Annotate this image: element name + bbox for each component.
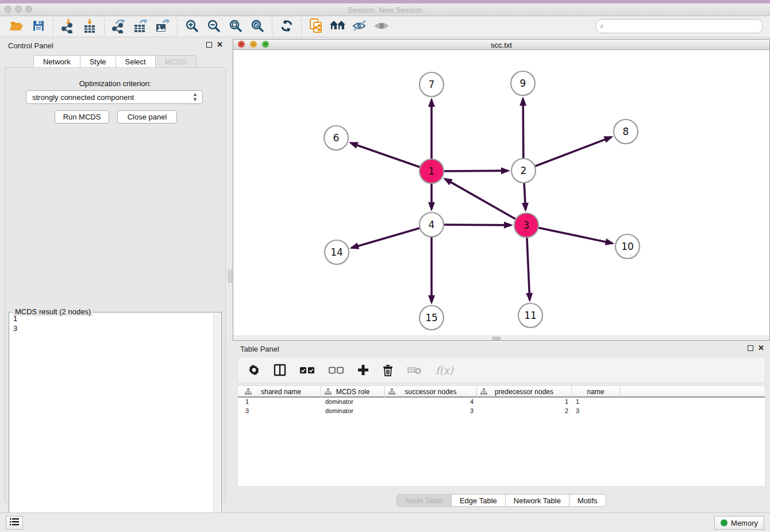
node-label: 8 <box>623 126 629 137</box>
column-visibility-button[interactable] <box>274 364 286 376</box>
zoom-out-icon <box>207 19 221 35</box>
column-header-shared-name[interactable]: shared name <box>241 386 321 398</box>
graph-node-8[interactable]: 8 <box>614 119 638 144</box>
cell[interactable]: dominator <box>321 407 385 416</box>
graph-node-9[interactable]: 9 <box>511 71 535 95</box>
graph-node-1[interactable]: 1 <box>419 159 444 183</box>
network-view-window: × − + scc.txt 7968124314101511 <box>233 39 770 341</box>
duplicate-network-button[interactable] <box>305 18 327 36</box>
cell[interactable]: 1 <box>477 398 572 407</box>
graph-node-11[interactable]: 11 <box>518 303 542 327</box>
toolbar-separator <box>53 18 53 36</box>
network-canvas[interactable]: 7968124314101511 <box>233 50 769 336</box>
import-network-button[interactable] <box>57 18 79 36</box>
cell[interactable]: 2 <box>477 407 572 416</box>
delete-column-button[interactable] <box>383 364 393 376</box>
create-column-button[interactable] <box>357 364 369 376</box>
cell[interactable]: 3 <box>385 407 477 416</box>
scrollbar-thumb[interactable] <box>492 337 501 340</box>
column-header-MCDS-role[interactable]: MCDS role <box>321 386 385 398</box>
column-header-successor-nodes[interactable]: successor nodes <box>385 386 477 398</box>
cell[interactable]: dominator <box>321 398 385 407</box>
edge-3-to-1[interactable] <box>445 179 526 225</box>
export-image-icon <box>155 18 170 36</box>
graph-node-10[interactable]: 10 <box>615 234 640 259</box>
edge-2-to-8[interactable] <box>523 137 611 171</box>
refresh-layout-button[interactable] <box>276 18 298 36</box>
edge-1-to-6[interactable] <box>351 143 432 171</box>
run-mcds-button[interactable]: Run MCDS <box>55 110 109 124</box>
graph-node-14[interactable]: 14 <box>325 240 349 264</box>
result-scrollbar[interactable] <box>213 313 221 529</box>
export-image-button[interactable] <box>152 18 174 36</box>
zoom-selected-button[interactable] <box>247 18 268 36</box>
close-panel-button[interactable]: Close panel <box>117 110 177 124</box>
hide-selected-button[interactable] <box>349 18 371 36</box>
task-history-button[interactable] <box>6 516 23 530</box>
node-label: 6 <box>333 132 340 144</box>
tab-network-table[interactable]: Network Table <box>506 494 569 507</box>
show-all-button[interactable] <box>371 18 392 36</box>
tab-style[interactable]: Style <box>80 55 116 68</box>
export-network-button[interactable] <box>108 18 130 36</box>
tab-motifs[interactable]: Motifs <box>569 494 606 507</box>
graph-node-2[interactable]: 2 <box>511 159 536 183</box>
graph-node-6[interactable]: 6 <box>324 126 348 150</box>
zoom-selected-icon <box>251 19 264 35</box>
select-all-rows-button[interactable] <box>300 367 315 374</box>
column-header-predecessor-nodes[interactable]: predecessor nodes <box>477 386 572 398</box>
float-panel-icon[interactable] <box>748 345 753 351</box>
eye-slash-icon <box>352 19 368 35</box>
close-panel-icon[interactable]: ✕ <box>217 42 223 48</box>
memory-button[interactable]: Memory <box>714 516 764 530</box>
search-input[interactable] <box>595 19 763 33</box>
column-label: successor nodes <box>405 388 456 396</box>
column-header-name[interactable]: name <box>572 386 620 398</box>
node-label: 4 <box>429 219 435 230</box>
panel-splitter-handle[interactable] <box>228 270 232 283</box>
deselect-all-rows-button[interactable] <box>329 367 344 374</box>
tab-edge-table[interactable]: Edge Table <box>452 494 506 507</box>
optimization-criterion-select[interactable]: strongly connected component ▲▼ <box>26 90 203 104</box>
tab-select[interactable]: Select <box>116 55 156 68</box>
export-table-button[interactable] <box>130 18 152 36</box>
memory-status-icon <box>721 519 727 526</box>
cell[interactable]: 4 <box>385 398 477 407</box>
zoom-out-button[interactable] <box>203 18 225 36</box>
houses-icon <box>329 19 346 35</box>
table-row[interactable]: 3dominator323 <box>238 407 765 416</box>
table-row[interactable]: 1dominator411 <box>238 398 765 407</box>
tab-node-table[interactable]: Node Table <box>396 494 452 507</box>
column-type-icon <box>325 388 332 395</box>
network-window-titlebar[interactable]: × − + scc.txt <box>233 40 769 50</box>
table-settings-button[interactable] <box>248 364 260 376</box>
node-label: 2 <box>521 165 527 176</box>
zoom-in-button[interactable] <box>181 18 203 36</box>
control-panel-title: Control Panel <box>8 41 53 50</box>
graph-node-7[interactable]: 7 <box>419 72 444 97</box>
cell[interactable]: 3 <box>572 407 620 416</box>
network-horizontal-scrollbar[interactable] <box>233 336 769 340</box>
import-table-button[interactable] <box>79 18 101 36</box>
table-header-row: shared nameMCDS rolesuccessor nodesprede… <box>238 386 765 398</box>
column-type-icon <box>245 388 252 395</box>
first-neighbors-button[interactable] <box>327 18 349 36</box>
save-session-button[interactable] <box>28 18 49 36</box>
graph-node-3[interactable]: 3 <box>514 213 538 237</box>
tab-network[interactable]: Network <box>33 55 80 68</box>
close-panel-icon[interactable]: ✕ <box>758 345 764 351</box>
graph-node-4[interactable]: 4 <box>419 213 444 237</box>
graph-node-15[interactable]: 15 <box>419 306 444 330</box>
edge-3-to-10[interactable] <box>526 225 613 243</box>
tab-mcds[interactable]: MCDS <box>156 55 197 68</box>
mcds-result-box: MCDS result (2 nodes) 13 <box>9 312 222 530</box>
zoom-fit-button[interactable] <box>225 18 247 36</box>
open-file-button[interactable] <box>6 18 28 36</box>
cell[interactable]: 3 <box>241 407 321 416</box>
float-panel-icon[interactable] <box>206 42 212 48</box>
toolbar-separator <box>104 18 105 36</box>
cell[interactable]: 1 <box>241 398 321 407</box>
memory-label: Memory <box>731 519 758 527</box>
cell[interactable]: 1 <box>572 398 620 407</box>
node-label: 3 <box>523 219 530 231</box>
